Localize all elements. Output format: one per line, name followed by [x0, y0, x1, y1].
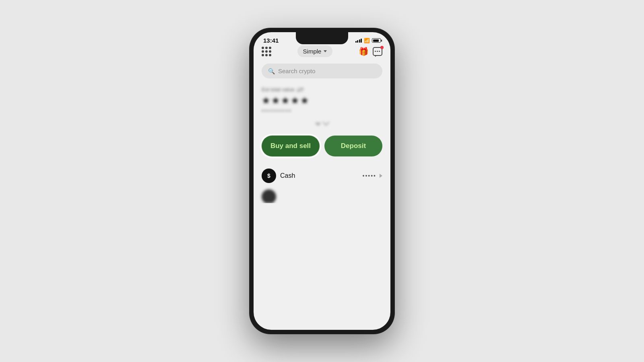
grid-dot: [265, 50, 268, 53]
search-icon: 🔍: [268, 68, 275, 74]
cash-row[interactable]: $ Cash •••••: [262, 165, 382, 187]
buy-and-sell-button[interactable]: Buy and sell: [262, 136, 320, 156]
notification-dot: [380, 46, 384, 49]
chat-icon-wrapper[interactable]: [373, 47, 382, 56]
grid-dot: [269, 47, 271, 49]
signal-icon: [355, 38, 362, 43]
notch: [296, 32, 348, 44]
status-time: 13:41: [263, 37, 279, 44]
phone-wrapper: 13:41 📶: [250, 28, 394, 334]
battery-icon: [372, 38, 381, 43]
cash-right: •••••: [362, 173, 382, 179]
grid-dot: [262, 50, 264, 53]
grid-dot: [265, 47, 268, 49]
cash-label: Cash: [280, 172, 295, 179]
phone-screen: 13:41 📶: [254, 32, 390, 330]
wifi-icon: 📶: [364, 38, 370, 43]
partial-asset-row: [262, 187, 382, 203]
grid-dot: [269, 54, 271, 56]
status-icons: 📶: [355, 38, 381, 43]
mode-selector[interactable]: Simple: [297, 45, 333, 57]
est-label-text: Est total value: [262, 86, 295, 93]
chat-dots: [375, 51, 380, 52]
chevron-down-icon: [315, 123, 321, 126]
deposit-button[interactable]: Deposit: [324, 136, 382, 156]
chevron-right-icon: [380, 174, 382, 178]
chevron-down-icon: [324, 50, 327, 52]
balance-section: Est total value ★★★★★ ••••••••••: [262, 86, 382, 114]
nav-actions: 🎁: [359, 47, 382, 56]
grid-dot: [262, 47, 264, 49]
app-content: Simple 🎁: [254, 45, 390, 203]
gift-icon[interactable]: 🎁: [359, 47, 369, 56]
battery-fill: [373, 39, 379, 42]
eye-slash-icon[interactable]: [297, 88, 303, 92]
cash-avatar: $: [262, 169, 276, 183]
est-label: Est total value: [262, 86, 382, 93]
grid-dot: [262, 54, 264, 56]
grid-dot: [269, 50, 271, 53]
grid-menu-icon[interactable]: [262, 47, 271, 56]
mode-label: Simple: [303, 48, 322, 55]
cash-amount-dots: •••••: [362, 173, 376, 179]
expand-chevron[interactable]: [262, 117, 382, 131]
grid-dot: [265, 54, 268, 56]
action-buttons: Buy and sell Deposit: [262, 136, 382, 156]
search-bar[interactable]: 🔍 Search crypto: [262, 64, 382, 78]
search-placeholder-text: Search crypto: [278, 68, 316, 74]
top-nav: Simple 🎁: [262, 45, 382, 57]
app-background: 13:41 📶: [0, 0, 644, 362]
balance-stars: ★★★★★: [262, 95, 382, 106]
balance-dots: ••••••••••: [262, 108, 382, 114]
cash-left: $ Cash: [262, 169, 295, 183]
